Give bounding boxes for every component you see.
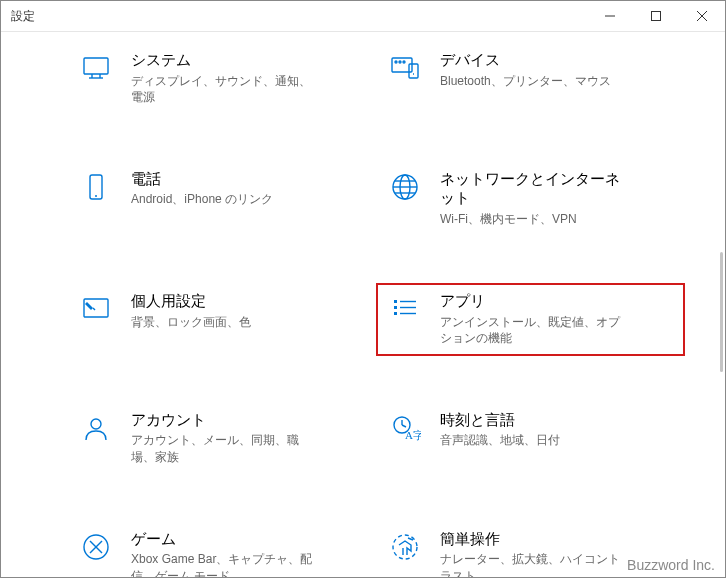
category-texts: デバイスBluetooth、プリンター、マウス: [440, 50, 611, 89]
time-language-icon: [388, 410, 422, 444]
settings-window: 設定 システムディスプレイ、サウンド、通知、電源デバイスBluetooth、プリ…: [0, 0, 726, 578]
settings-category-network[interactable]: ネットワークとインターネットWi-Fi、機内モード、VPN: [376, 161, 685, 237]
category-title: 簡単操作: [440, 529, 630, 549]
watermark: Buzzword Inc.: [627, 557, 715, 573]
settings-category-apps[interactable]: アプリアンインストール、既定値、オプションの機能: [376, 283, 685, 356]
devices-icon: [388, 50, 422, 84]
maximize-button[interactable]: [633, 1, 679, 31]
ease-of-access-icon: [388, 529, 422, 563]
category-subtitle: 音声認識、地域、日付: [440, 432, 560, 448]
personalization-icon: [79, 291, 113, 325]
category-texts: 電話Android、iPhone のリンク: [131, 169, 273, 208]
settings-category-gaming[interactable]: ゲームXbox Game Bar、キャプチャ、配信、ゲーム モード: [67, 521, 376, 577]
gaming-icon: [79, 529, 113, 563]
category-subtitle: アンインストール、既定値、オプションの機能: [440, 314, 630, 346]
settings-content: システムディスプレイ、サウンド、通知、電源デバイスBluetooth、プリンター…: [1, 32, 725, 577]
category-texts: システムディスプレイ、サウンド、通知、電源: [131, 50, 321, 105]
category-texts: アプリアンインストール、既定値、オプションの機能: [440, 291, 630, 346]
category-subtitle: Android、iPhone のリンク: [131, 191, 273, 207]
category-texts: ゲームXbox Game Bar、キャプチャ、配信、ゲーム モード: [131, 529, 321, 577]
category-title: ネットワークとインターネット: [440, 169, 630, 208]
settings-category-time-language[interactable]: 時刻と言語音声認識、地域、日付: [376, 402, 685, 475]
category-subtitle: ナレーター、拡大鏡、ハイコントラスト: [440, 551, 630, 577]
category-subtitle: ディスプレイ、サウンド、通知、電源: [131, 73, 321, 105]
category-title: アカウント: [131, 410, 321, 430]
category-title: ゲーム: [131, 529, 321, 549]
network-icon: [388, 169, 422, 203]
category-title: アプリ: [440, 291, 630, 311]
category-texts: ネットワークとインターネットWi-Fi、機内モード、VPN: [440, 169, 630, 227]
settings-grid: システムディスプレイ、サウンド、通知、電源デバイスBluetooth、プリンター…: [1, 32, 725, 577]
window-title: 設定: [11, 8, 35, 25]
category-title: 電話: [131, 169, 273, 189]
category-subtitle: Bluetooth、プリンター、マウス: [440, 73, 611, 89]
scrollbar-thumb[interactable]: [720, 252, 723, 372]
settings-category-system[interactable]: システムディスプレイ、サウンド、通知、電源: [67, 42, 376, 115]
category-texts: 個人用設定背景、ロック画面、色: [131, 291, 251, 330]
settings-category-devices[interactable]: デバイスBluetooth、プリンター、マウス: [376, 42, 685, 115]
svg-rect-1: [652, 12, 661, 21]
apps-icon: [388, 291, 422, 325]
category-subtitle: 背景、ロック画面、色: [131, 314, 251, 330]
settings-category-personalization[interactable]: 個人用設定背景、ロック画面、色: [67, 283, 376, 356]
category-title: システム: [131, 50, 321, 70]
minimize-button[interactable]: [587, 1, 633, 31]
category-title: 時刻と言語: [440, 410, 560, 430]
phone-icon: [79, 169, 113, 203]
category-texts: アカウントアカウント、メール、同期、職場、家族: [131, 410, 321, 465]
category-texts: 簡単操作ナレーター、拡大鏡、ハイコントラスト: [440, 529, 630, 577]
category-subtitle: アカウント、メール、同期、職場、家族: [131, 432, 321, 464]
close-button[interactable]: [679, 1, 725, 31]
category-texts: 時刻と言語音声認識、地域、日付: [440, 410, 560, 449]
settings-category-accounts[interactable]: アカウントアカウント、メール、同期、職場、家族: [67, 402, 376, 475]
category-title: 個人用設定: [131, 291, 251, 311]
accounts-icon: [79, 410, 113, 444]
settings-category-phone[interactable]: 電話Android、iPhone のリンク: [67, 161, 376, 237]
titlebar: 設定: [1, 1, 725, 32]
system-icon: [79, 50, 113, 84]
window-controls: [587, 1, 725, 31]
category-subtitle: Xbox Game Bar、キャプチャ、配信、ゲーム モード: [131, 551, 321, 577]
category-subtitle: Wi-Fi、機内モード、VPN: [440, 211, 630, 227]
category-title: デバイス: [440, 50, 611, 70]
